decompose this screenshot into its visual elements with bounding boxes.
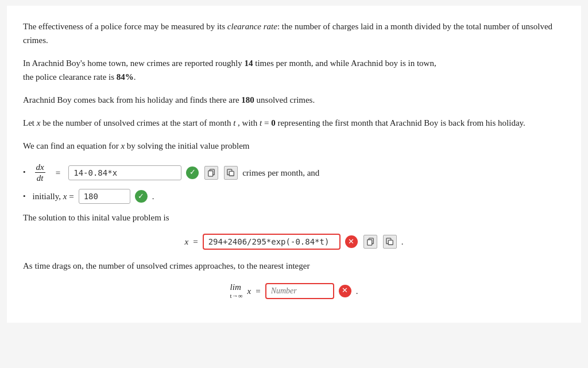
solution-input[interactable]	[203, 234, 341, 250]
var-x: x	[37, 118, 41, 127]
copy-btn-3[interactable]	[363, 235, 377, 249]
var-x2: x	[121, 141, 125, 150]
para2: In Arachnid Boy's home town, new crimes …	[23, 56, 565, 84]
x-icon-1: ✕	[345, 235, 358, 248]
limit-answer-input[interactable]	[265, 283, 334, 299]
main-container: The effectiveness of a police force may …	[7, 6, 581, 323]
check-icon-2: ✓	[135, 190, 148, 203]
equation-block: • dx dt = ✓ crimes per month, and	[23, 162, 565, 204]
para1: The effectiveness of a police force may …	[23, 20, 565, 47]
equals3: =	[256, 284, 260, 298]
bullet2: •	[23, 191, 26, 203]
initially-row: • initially, x = ✓ .	[23, 189, 565, 204]
x-icon-2: ✕	[339, 285, 351, 297]
para2-rate-text: the police clearance rate is 84%.	[23, 72, 136, 82]
svg-rect-1	[208, 171, 213, 176]
crimes-per-month-label: crimes per month, and	[242, 166, 319, 180]
period2: .	[401, 235, 404, 249]
t-zero: 0	[271, 118, 276, 127]
limit-x-var: x	[247, 284, 252, 298]
equals1: =	[56, 166, 60, 180]
svg-rect-3	[230, 171, 234, 176]
solution-label: The solution to this inital value proble…	[23, 211, 565, 224]
bullet1: •	[23, 166, 26, 179]
unsolved-num: 180	[241, 95, 254, 104]
dxdt-row: • dx dt = ✓ crimes per month, and	[23, 162, 565, 183]
dt-label: dt	[36, 173, 45, 183]
initial-value-input[interactable]	[79, 189, 130, 204]
period3: .	[356, 284, 358, 298]
equals2: =	[193, 235, 198, 249]
initially-label: initially, x =	[33, 189, 74, 203]
copy-btn-2[interactable]	[224, 166, 238, 180]
copy-btn-4[interactable]	[383, 235, 397, 249]
limit-label: As time drags on, the number of unsolved…	[23, 259, 565, 273]
lim-text: lim	[230, 282, 241, 292]
x-label: x	[185, 235, 189, 249]
copy-btn-1[interactable]	[204, 166, 218, 180]
var-t: t	[233, 118, 235, 127]
svg-rect-5	[367, 240, 372, 246]
para4: Let x be the number of unsolved crimes a…	[23, 116, 565, 130]
limit-block: lim t→∞ x = ✕ .	[23, 282, 565, 300]
period1: .	[152, 189, 154, 203]
clearance-rate-value: 84%	[117, 72, 134, 82]
para5: We can find an equation for x by solving…	[23, 139, 565, 153]
var-t2: t	[260, 118, 262, 127]
svg-rect-7	[388, 240, 393, 245]
clearance-rate-italic: clearance rate	[227, 22, 277, 31]
check-icon-1: ✓	[186, 166, 199, 179]
para2-num: 14	[245, 59, 253, 68]
solution-block: x = ✕ .	[23, 234, 565, 250]
dx-dt-input[interactable]	[68, 165, 181, 180]
dx-label: dx	[35, 162, 45, 173]
para3: Arachnid Boy comes back from his holiday…	[23, 93, 565, 107]
limit-symbol: lim t→∞	[230, 282, 243, 300]
fraction-dxdt: dx dt	[35, 162, 45, 183]
lim-subscript: t→∞	[230, 292, 243, 300]
